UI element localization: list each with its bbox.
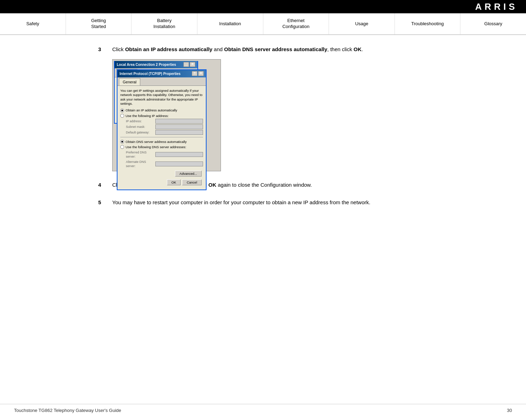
cancel-button[interactable]: Cancel xyxy=(182,179,202,185)
header: ARRIS xyxy=(0,0,526,13)
radio-use-dns: Use the following DNS server addresses: xyxy=(120,145,203,149)
radio-use-ip-label: Use the following IP address: xyxy=(126,113,169,118)
nav-safety[interactable]: Safety xyxy=(0,13,66,34)
preferred-dns-row: Preferred DNS server: xyxy=(126,150,203,159)
inner-dialog-title: Internet Protocol (TCP/IP) Properties ? … xyxy=(117,70,206,77)
radio-use-ip: Use the following IP address: xyxy=(120,113,203,118)
step-5: 5 You may have to restart your computer … xyxy=(98,199,512,207)
step-3-number: 3 xyxy=(98,46,105,52)
step-3-text-before: Click xyxy=(112,46,125,52)
radio-obtain-dns: Obtain DNS server address automatically xyxy=(120,139,203,144)
radio-obtain-dns-circle[interactable] xyxy=(120,140,124,144)
step-3-bold2: Obtain DNS server address automatically xyxy=(224,46,327,52)
radio-use-dns-circle[interactable] xyxy=(120,145,124,149)
subnet-input[interactable] xyxy=(155,124,203,129)
ok-cancel-row: OK Cancel xyxy=(120,178,203,187)
nav-getting-started[interactable]: Getting Started xyxy=(66,13,132,34)
step-3-text-after: . xyxy=(362,46,363,52)
radio-use-dns-label: Use the following DNS server addresses: xyxy=(126,145,186,149)
footer-left: Touchstone TG862 Telephony Gateway User'… xyxy=(14,408,121,413)
radio-obtain-ip: Obtain an IP address automatically xyxy=(120,108,203,112)
close-btn[interactable]: ✕ xyxy=(190,62,195,67)
step-3-text-mid1: and xyxy=(213,46,224,52)
ip-address-input[interactable] xyxy=(155,119,203,124)
section-divider xyxy=(120,137,203,137)
main-content: 3 Click Obtain an IP address automatical… xyxy=(0,35,526,227)
nav-usage[interactable]: Usage xyxy=(329,13,395,34)
step-3-text-mid2: , then click xyxy=(327,46,353,52)
screenshot-container: Local Area Connection 2 Properties _ ✕ G… xyxy=(112,59,221,171)
ip-address-label: IP address: xyxy=(126,119,154,124)
radio-obtain-ip-circle[interactable] xyxy=(120,109,124,112)
inner-title-buttons: ? ✕ xyxy=(192,71,204,76)
step-4-bold2: OK xyxy=(208,182,216,188)
step-3-bold3: OK xyxy=(353,46,362,52)
dialog-description: You can get IP settings assigned automat… xyxy=(120,89,203,106)
outer-dialog-title: Local Area Connection 2 Properties _ ✕ xyxy=(115,61,197,68)
radio-obtain-ip-label: Obtain an IP address automatically xyxy=(126,108,177,112)
alternate-dns-input[interactable] xyxy=(155,161,203,166)
nav-glossary[interactable]: Glossary xyxy=(460,13,526,34)
advanced-btn-row: Advanced... xyxy=(120,169,203,178)
footer: Touchstone TG862 Telephony Gateway User'… xyxy=(0,404,526,413)
ip-address-row: IP address: xyxy=(126,119,203,124)
alternate-dns-label: Alternate DNS server: xyxy=(126,160,154,168)
step-5-content: You may have to restart your computer in… xyxy=(112,199,370,207)
step-3-content: Click Obtain an IP address automatically… xyxy=(112,46,363,171)
nav-installation[interactable]: Installation xyxy=(197,13,263,34)
nav-troubleshooting[interactable]: Troubleshooting xyxy=(395,13,461,34)
inner-close-btn[interactable]: ✕ xyxy=(198,71,204,76)
gateway-label: Default gateway: xyxy=(126,130,154,135)
arris-logo: ARRIS xyxy=(475,1,518,12)
step-3-bold1: Obtain an IP address automatically xyxy=(125,46,213,52)
radio-use-ip-circle[interactable] xyxy=(120,114,124,118)
inner-minimize-btn[interactable]: ? xyxy=(192,71,197,76)
inner-general-tab[interactable]: General xyxy=(119,78,140,86)
radio-obtain-dns-label: Obtain DNS server address automatically xyxy=(126,139,187,144)
inner-dialog-body: You can get IP settings assigned automat… xyxy=(117,86,206,190)
step-5-number: 5 xyxy=(98,199,105,205)
step-4-text-after2: again to close the Configuration window. xyxy=(216,182,312,188)
gateway-input[interactable] xyxy=(155,130,203,135)
footer-right: 30 xyxy=(507,408,512,413)
navigation-bar: Safety Getting Started Battery Installat… xyxy=(0,13,526,35)
gateway-row: Default gateway: xyxy=(126,130,203,135)
ok-button[interactable]: OK xyxy=(167,179,181,185)
alternate-dns-row: Alternate DNS server: xyxy=(126,160,203,168)
subnet-label: Subnet mask: xyxy=(126,125,154,129)
preferred-dns-label: Preferred DNS server: xyxy=(126,150,154,159)
subnet-row: Subnet mask: xyxy=(126,124,203,129)
inner-tab-bar: General xyxy=(117,77,206,86)
nav-ethernet-configuration[interactable]: Ethernet Configuration xyxy=(263,13,329,34)
advanced-button[interactable]: Advanced... xyxy=(175,171,202,177)
step-4-number: 4 xyxy=(98,182,105,188)
inner-dialog: Internet Protocol (TCP/IP) Properties ? … xyxy=(117,69,207,190)
nav-battery-installation[interactable]: Battery Installation xyxy=(132,13,197,34)
minimize-btn[interactable]: _ xyxy=(183,62,189,67)
outer-title-buttons: _ ✕ xyxy=(183,62,195,67)
step-3: 3 Click Obtain an IP address automatical… xyxy=(98,46,512,171)
preferred-dns-input[interactable] xyxy=(155,152,203,157)
